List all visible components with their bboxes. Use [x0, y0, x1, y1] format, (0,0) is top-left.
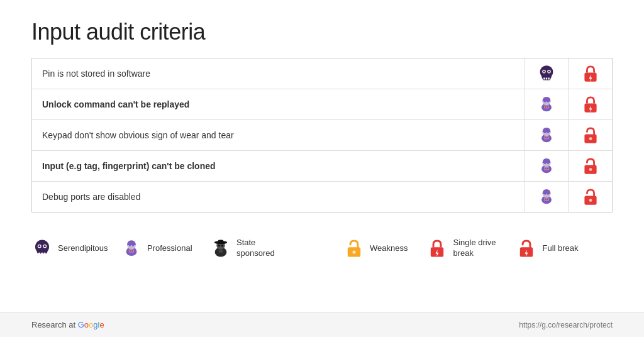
lock-red-open-icon: [580, 156, 601, 176]
row-icon-threat-1: [524, 58, 568, 89]
legend-serendipitous-label: Serendipitous: [58, 243, 102, 254]
svg-point-19: [547, 106, 548, 108]
svg-rect-55: [44, 253, 46, 255]
page-title: Input audit criteria: [31, 19, 613, 45]
svg-rect-60: [129, 250, 135, 253]
criteria-table: Pin is not stored in software: [31, 58, 613, 213]
lock-red-open-icon: [580, 187, 601, 207]
row-icon-impact-3: [568, 120, 612, 150]
legend-single-drive-break: Single drive break: [426, 238, 497, 259]
google-blue-letter: G: [78, 320, 84, 329]
svg-point-33: [547, 162, 548, 164]
legend-state-sponsored-label: State sponsored: [236, 238, 280, 259]
svg-point-26: [545, 137, 546, 138]
legend-state-sponsored: State sponsored: [210, 238, 280, 259]
row-text: Pin is not stored in software: [32, 62, 524, 85]
svg-point-32: [544, 162, 546, 164]
svg-point-51: [38, 245, 40, 247]
svg-rect-9: [543, 77, 545, 79]
table-row: Keypad don't show obvious sign of wear a…: [32, 120, 612, 151]
skull-icon: [536, 64, 557, 84]
footer-left: Research at Google: [31, 320, 104, 329]
legend-hacker-purple-icon: [121, 238, 142, 259]
row-text: Keypad don't show obvious sign of wear a…: [32, 124, 524, 146]
svg-point-58: [129, 244, 131, 246]
legend-professional-label: Professional: [147, 243, 191, 254]
google-blue-letter2: g: [93, 320, 97, 329]
svg-rect-69: [219, 250, 223, 253]
legend-lock-red-break-icon: [426, 238, 448, 259]
legend-weakness-label: Weakness: [370, 243, 408, 254]
legend-weakness: Weakness: [343, 238, 408, 259]
table-row: Debug ports are disabled: [32, 182, 612, 212]
lock-red-open-icon: [580, 125, 601, 145]
svg-point-27: [547, 137, 548, 138]
page-container: Input audit criteria Pin is not stored i…: [0, 0, 644, 337]
row-icon-impact-4: [568, 151, 612, 181]
row-icon-impact-5: [568, 182, 612, 212]
svg-rect-54: [41, 253, 43, 255]
legend-section: Serendipitous Professional: [31, 231, 613, 265]
svg-point-61: [130, 250, 131, 252]
table-row: Input (e.g tag, fingerprint) can't be cl…: [32, 151, 612, 182]
google-red-letter2: e: [99, 320, 104, 329]
svg-point-29: [589, 137, 592, 140]
svg-point-15: [544, 101, 546, 102]
svg-point-67: [218, 245, 220, 246]
svg-point-62: [131, 250, 133, 252]
svg-point-3: [543, 70, 545, 72]
svg-point-23: [544, 131, 546, 133]
svg-point-4: [548, 70, 550, 72]
google-red-letter: o: [84, 320, 89, 329]
svg-point-36: [547, 168, 548, 169]
row-icon-threat-2: [524, 89, 568, 119]
row-icon-threat-3: [524, 120, 568, 150]
legend-single-drive-break-label: Single drive break: [453, 238, 497, 259]
legend-full-break-label: Full break: [542, 243, 578, 254]
svg-point-16: [547, 101, 548, 102]
svg-rect-10: [545, 77, 547, 79]
row-text: Unlock command can't be replayed: [32, 93, 524, 116]
svg-point-35: [545, 168, 546, 169]
svg-point-38: [589, 168, 592, 171]
row-icon-impact-1: [568, 58, 612, 89]
svg-point-41: [544, 193, 546, 195]
svg-point-52: [44, 245, 46, 247]
row-text: Debug ports are disabled: [32, 185, 524, 208]
legend-full-break: Full break: [516, 238, 578, 259]
svg-point-44: [545, 199, 546, 200]
legend-skull-icon: [31, 238, 53, 259]
svg-rect-66: [218, 240, 224, 243]
svg-point-68: [221, 245, 223, 246]
legend-hacker-dark-icon: [210, 238, 231, 259]
hacker-purple-icon: [536, 156, 557, 176]
svg-point-45: [547, 199, 548, 200]
svg-point-71: [352, 250, 355, 253]
svg-point-24: [547, 131, 548, 133]
legend-professional: Professional: [121, 238, 191, 259]
table-row: Unlock command can't be replayed: [32, 89, 612, 120]
row-text: Input (e.g tag, fingerprint) can't be cl…: [32, 155, 524, 177]
hacker-purple-icon: [536, 187, 557, 207]
hacker-purple-icon: [536, 94, 557, 114]
row-icon-impact-2: [568, 89, 612, 119]
svg-rect-11: [548, 77, 549, 79]
legend-serendipitous: Serendipitous: [31, 238, 102, 259]
legend-lock-yellow-icon: [343, 238, 365, 259]
lock-red-lightning-icon: [580, 64, 601, 84]
hacker-purple-icon: [536, 125, 557, 145]
svg-point-59: [132, 244, 134, 246]
footer: Research at Google https://g.co/research…: [0, 312, 644, 337]
table-row: Pin is not stored in software: [32, 58, 612, 89]
svg-rect-53: [38, 253, 40, 255]
svg-point-42: [547, 193, 548, 195]
svg-point-18: [545, 106, 546, 108]
lock-red-break-icon: [580, 94, 601, 114]
legend-lock-red-lightning-icon: [516, 238, 537, 259]
row-icon-threat-5: [524, 182, 568, 212]
row-icon-threat-4: [524, 151, 568, 181]
svg-point-47: [589, 199, 592, 202]
footer-right: https://g.co/research/protect: [519, 321, 613, 329]
